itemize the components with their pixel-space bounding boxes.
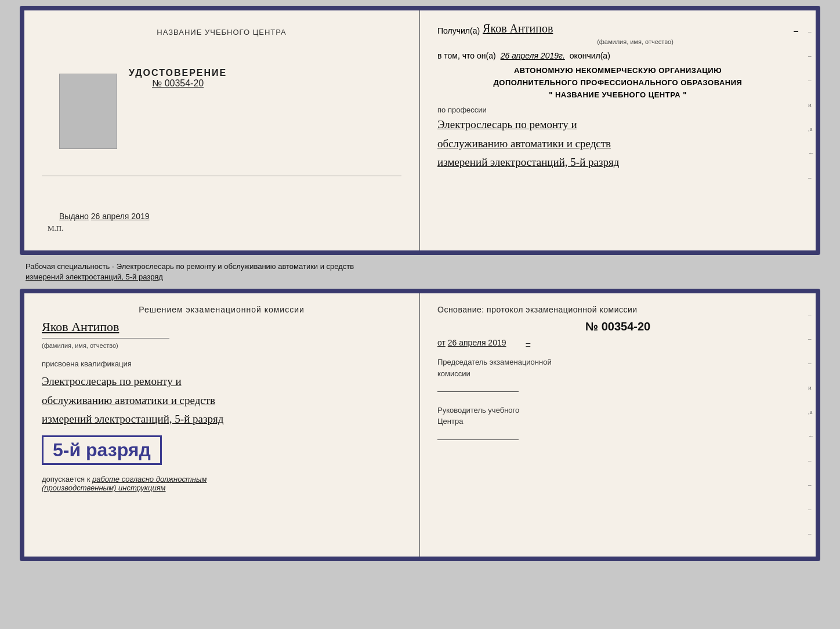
protocol-number: № 00354-20	[437, 320, 798, 333]
confirms-line: в том, что он(а) 26 апреля 2019г. окончи…	[437, 51, 798, 60]
cert-mp: М.П.	[48, 224, 63, 233]
chairman-block: Председатель экзаменационной комиссии	[437, 357, 798, 395]
assigned-qual: присвоена квалификация	[42, 359, 132, 368]
cert-photo	[59, 74, 117, 149]
org-block: АВТОНОМНУЮ НЕКОММЕРЧЕСКУЮ ОРГАНИЗАЦИЮ ДО…	[437, 65, 798, 101]
top-document: НАЗВАНИЕ УЧЕБНОГО ЦЕНТРА УДОСТОВЕРЕНИЕ №…	[20, 6, 820, 255]
cert-title: УДОСТОВЕРЕНИЕ	[129, 68, 227, 78]
issued-date: 26 апреля 2019	[91, 212, 150, 221]
received-name: Яков Антипов	[483, 22, 791, 35]
decision-text: Решением экзаменационной комиссии	[42, 305, 401, 314]
bottom-left-panel: Решением экзаменационной комиссии Яков А…	[24, 293, 420, 557]
right-edge-marks-bottom: – – – и ,а ← – – – –	[808, 311, 814, 537]
right-edge-marks: – – – и ,а ← –	[808, 28, 814, 181]
bottom-right-panel: Основание: протокол экзаменационной коми…	[420, 293, 816, 557]
bottom-document: Решением экзаменационной комиссии Яков А…	[20, 289, 820, 561]
school-name-top: НАЗВАНИЕ УЧЕБНОГО ЦЕНТРА	[157, 28, 286, 37]
profession-handwritten: Электрослесарь по ремонту и обслуживанию…	[437, 115, 798, 172]
fio-hint-top: (фамилия, имя, отчество)	[472, 38, 798, 45]
basis-text: Основание: протокол экзаменационной коми…	[437, 305, 798, 314]
director-sig-line	[437, 433, 519, 440]
top-left-panel: НАЗВАНИЕ УЧЕБНОГО ЦЕНТРА УДОСТОВЕРЕНИЕ №…	[24, 10, 420, 250]
cert-title-block: УДОСТОВЕРЕНИЕ № 00354-20	[129, 68, 227, 89]
person-name-bottom: Яков Антипов	[42, 319, 119, 335]
qual-handwritten: Электрослесарь по ремонту и обслуживанию…	[42, 372, 223, 428]
protocol-date-value: 26 апреля 2019	[448, 338, 506, 347]
allowed-text: допускается к работе согласно должностны…	[42, 475, 207, 492]
profession-label: по профессии	[437, 106, 798, 114]
protocol-date: от 26 апреля 2019 –	[437, 338, 798, 347]
cert-issued: Выдано 26 апреля 2019	[59, 212, 150, 221]
separator-label: Рабочая специальность - Электрослесарь п…	[20, 260, 820, 284]
confirms-date: 26 апреля 2019г.	[501, 51, 565, 60]
fio-hint-bottom: (фамилия, имя, отчество)	[42, 342, 118, 349]
received-line: Получил(а) Яков Антипов –	[437, 22, 798, 35]
top-right-panel: Получил(а) Яков Антипов – (фамилия, имя,…	[420, 10, 816, 250]
chairman-sig-line	[437, 385, 519, 392]
cert-number: № 00354-20	[129, 78, 227, 89]
grade-badge: 5-й разряд	[42, 435, 162, 465]
director-block: Руководитель учебного Центра	[437, 405, 798, 443]
